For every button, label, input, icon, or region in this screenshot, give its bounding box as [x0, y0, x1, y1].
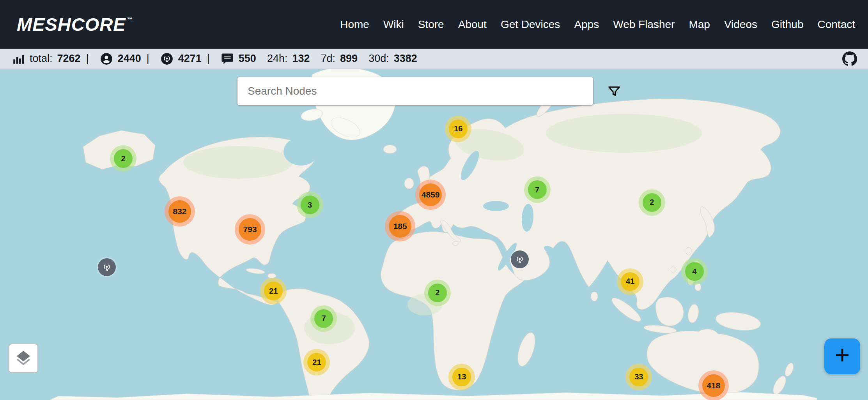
github-icon[interactable] [842, 51, 857, 66]
cluster-count: 41 [621, 272, 639, 291]
search-bar [237, 77, 593, 106]
cluster-count: 832 [168, 200, 191, 223]
cluster-marker[interactable]: 793 [235, 214, 265, 245]
chat-icon [221, 52, 234, 65]
cluster-marker[interactable]: 3 [297, 192, 323, 218]
stat-24h: 24h:132 [267, 53, 310, 65]
nav-item-home[interactable]: Home [340, 18, 369, 31]
stat-users: 2440| [100, 52, 149, 65]
stat-value: 2440 [118, 53, 141, 65]
nav-item-get-devices[interactable]: Get Devices [501, 18, 560, 31]
search-input[interactable] [237, 77, 593, 106]
markers-layer: 28327933164859185722172414211333418 [0, 69, 868, 400]
cluster-marker[interactable]: 2 [110, 145, 136, 172]
cluster-marker[interactable]: 13 [448, 364, 475, 390]
stat-rooms: 550 [221, 52, 256, 65]
nav-item-web-flasher[interactable]: Web Flasher [613, 18, 675, 31]
cluster-marker[interactable]: 7 [524, 176, 551, 203]
stat-value: 899 [340, 53, 358, 65]
logo[interactable]: MESHCORE ™ [17, 15, 133, 33]
map-container[interactable]: 28327933164859185722172414211333418 + [0, 69, 868, 400]
cluster-count: 33 [629, 368, 648, 386]
cluster-marker[interactable]: 2 [639, 189, 665, 216]
stat-value: 3382 [394, 53, 417, 65]
cluster-marker[interactable]: 418 [698, 370, 729, 400]
cluster-count: 4859 [419, 183, 442, 206]
cluster-count: 21 [264, 282, 283, 300]
cluster-count: 7 [314, 309, 333, 328]
cluster-marker[interactable]: 4 [681, 258, 708, 285]
stat-label: 7d: [321, 53, 336, 65]
cluster-marker[interactable]: 185 [385, 211, 415, 241]
nav-item-about[interactable]: About [458, 18, 487, 31]
cluster-marker[interactable]: 33 [625, 364, 652, 390]
cluster-count: 185 [389, 215, 411, 238]
antenna-icon [160, 52, 174, 65]
cluster-marker[interactable]: 2 [424, 280, 451, 306]
antenna-icon [101, 261, 113, 273]
stat-label: 24h: [267, 53, 288, 65]
logo-text: MESHCORE [17, 15, 126, 33]
chart-icon [12, 52, 25, 65]
stat-separator: | [86, 53, 89, 65]
cluster-count: 4 [685, 262, 704, 281]
nav-item-map[interactable]: Map [689, 18, 710, 31]
cluster-marker[interactable]: 4859 [415, 180, 446, 210]
layers-control[interactable] [9, 344, 38, 373]
nav-item-videos[interactable]: Videos [724, 18, 757, 31]
filter-button[interactable] [605, 83, 623, 101]
main-nav: HomeWikiStoreAboutGet DevicesAppsWeb Fla… [340, 18, 855, 31]
logo-trademark: ™ [127, 16, 133, 23]
stat-label: 30d: [368, 53, 389, 65]
cluster-marker[interactable]: 832 [165, 196, 195, 227]
cluster-count: 13 [452, 368, 471, 386]
cluster-count: 21 [307, 353, 326, 372]
stat-separator: | [207, 53, 210, 65]
cluster-count: 7 [528, 180, 547, 199]
stat-separator: | [147, 53, 149, 65]
cluster-count: 3 [301, 196, 319, 214]
add-node-button[interactable]: + [824, 338, 860, 374]
stat-value: 4271 [178, 53, 202, 65]
cluster-marker[interactable]: 21 [260, 278, 287, 304]
cluster-count: 16 [449, 120, 468, 138]
cluster-count: 2 [114, 149, 133, 168]
stats-bar: total:7262|2440|4271|55024h:1327d:89930d… [0, 49, 868, 69]
layers-icon [14, 349, 32, 367]
filter-icon [606, 84, 622, 100]
node-marker[interactable] [511, 250, 529, 268]
meshcore-map-page: MESHCORE ™ HomeWikiStoreAboutGet Devices… [0, 0, 868, 400]
nav-item-github[interactable]: Github [771, 18, 804, 31]
nav-item-store[interactable]: Store [418, 18, 444, 31]
stat-value: 7262 [57, 53, 81, 65]
nav-item-contact[interactable]: Contact [818, 18, 856, 31]
antenna-icon [514, 254, 526, 265]
cluster-marker[interactable]: 41 [617, 268, 643, 295]
cluster-marker[interactable]: 21 [303, 349, 330, 375]
nav-item-apps[interactable]: Apps [574, 18, 599, 31]
stat-7d: 7d:899 [321, 53, 358, 65]
user-icon [100, 52, 113, 65]
stat-label: total: [30, 53, 53, 65]
cluster-count: 2 [643, 193, 661, 212]
nav-item-wiki[interactable]: Wiki [383, 18, 404, 31]
stat-total: total:7262| [12, 52, 89, 65]
stat-value: 550 [239, 53, 256, 65]
node-marker[interactable] [98, 258, 116, 276]
stat-30d: 30d:3382 [368, 53, 417, 65]
stats-items: total:7262|2440|4271|55024h:1327d:89930d… [12, 52, 417, 65]
cluster-marker[interactable]: 7 [310, 305, 337, 332]
stat-value: 132 [292, 53, 310, 65]
cluster-count: 2 [428, 284, 447, 302]
cluster-marker[interactable]: 16 [445, 116, 471, 142]
cluster-count: 418 [702, 374, 725, 397]
cluster-count: 793 [239, 218, 261, 241]
stat-repeaters: 4271| [160, 52, 210, 65]
top-nav-bar: MESHCORE ™ HomeWikiStoreAboutGet Devices… [0, 0, 868, 49]
